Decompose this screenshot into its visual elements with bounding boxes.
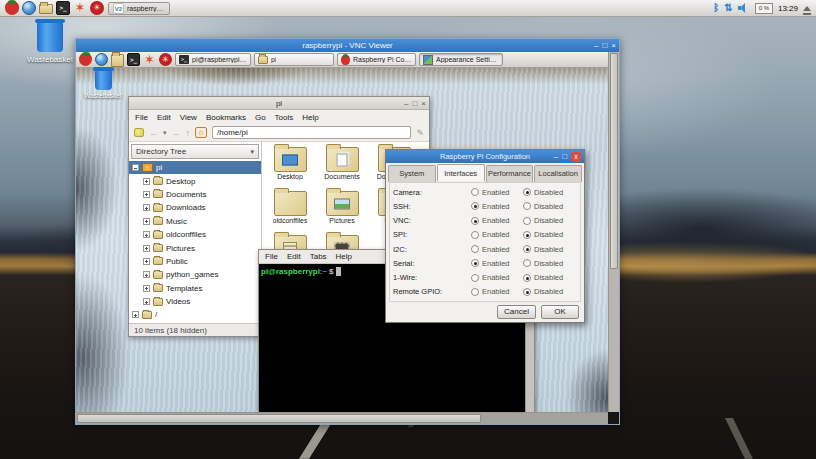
file-manager-task-button[interactable]: pi: [254, 53, 334, 66]
1wire-disabled-radio[interactable]: Disabled: [523, 273, 577, 282]
file-manager-icon[interactable]: [39, 4, 53, 14]
expander-icon[interactable]: [143, 204, 150, 211]
tree-item-desktop[interactable]: Desktop: [129, 174, 261, 187]
home-icon[interactable]: ⌂: [195, 127, 207, 138]
vnc-titlebar[interactable]: raspberrypi - VNC Viewer – □ ×: [76, 39, 619, 52]
ssh-enabled-radio[interactable]: Enabled: [471, 202, 523, 211]
file-manager-icon[interactable]: [111, 54, 124, 67]
i2c-enabled-radio[interactable]: Enabled: [471, 245, 523, 254]
up-icon[interactable]: ↑: [186, 128, 191, 138]
eject-icon[interactable]: [803, 2, 811, 11]
ok-button[interactable]: OK: [541, 305, 579, 319]
menu-help[interactable]: Help: [302, 113, 318, 122]
directory-tree-selector[interactable]: Directory Tree ▾: [131, 144, 259, 159]
terminal-icon[interactable]: >_: [56, 1, 70, 15]
clock[interactable]: 13:29: [778, 4, 798, 13]
wolfram-icon[interactable]: ✳: [159, 53, 172, 66]
tree-item-pictures[interactable]: Pictures: [129, 241, 261, 254]
serial-enabled-radio[interactable]: Enabled: [471, 259, 523, 268]
wastebasket-desktop-icon[interactable]: Wastebasket: [77, 70, 129, 99]
menu-edit[interactable]: Edit: [287, 252, 301, 261]
tree-item-pi[interactable]: ⌂ pi: [129, 161, 261, 174]
expander-icon[interactable]: [132, 164, 139, 171]
expander-icon[interactable]: [132, 311, 139, 318]
web-browser-icon[interactable]: [95, 53, 108, 66]
ssh-disabled-radio[interactable]: Disabled: [523, 202, 577, 211]
wolfram-icon[interactable]: ✳: [90, 1, 104, 15]
mathematica-icon[interactable]: ✶: [143, 53, 156, 66]
appearance-settings-task-button[interactable]: Appearance Settings: [419, 53, 503, 66]
rpi-config-task-button[interactable]: Raspberry Pi Configu...: [337, 53, 416, 66]
expander-icon[interactable]: [143, 178, 150, 185]
menu-help[interactable]: Help: [336, 252, 352, 261]
config-titlebar[interactable]: Raspberry Pi Configuration – □ x: [386, 150, 584, 163]
maximize-button[interactable]: □: [412, 99, 417, 108]
expander-icon[interactable]: [143, 285, 150, 292]
scrollbar-thumb[interactable]: [610, 53, 618, 269]
maximize-button[interactable]: □: [602, 41, 607, 50]
expander-icon[interactable]: [143, 271, 150, 278]
quill-icon[interactable]: ✎: [416, 128, 424, 138]
tab-interfaces[interactable]: Interfaces: [437, 164, 485, 181]
tree-item-documents[interactable]: Documents: [129, 188, 261, 201]
tree-item-oldconffiles[interactable]: oldconffiles: [129, 228, 261, 241]
tree-item-python-games[interactable]: python_games: [129, 268, 261, 281]
menu-go[interactable]: Go: [255, 113, 266, 122]
folder-oldconffiles[interactable]: oldconffiles: [264, 191, 316, 235]
terminal-icon[interactable]: >_: [127, 53, 140, 66]
maximize-button[interactable]: □: [562, 152, 567, 161]
1wire-enabled-radio[interactable]: Enabled: [471, 273, 523, 282]
terminal-task-button[interactable]: >_ pi@raspberrypi: ~: [175, 53, 251, 66]
tree-item-music[interactable]: Music: [129, 215, 261, 228]
mathematica-icon[interactable]: ✶: [73, 1, 87, 15]
expander-icon[interactable]: [143, 258, 150, 265]
menu-tabs[interactable]: Tabs: [310, 252, 327, 261]
cpu-monitor[interactable]: 0 %: [755, 3, 773, 14]
chevron-down-icon[interactable]: ▾: [163, 128, 167, 138]
fm-titlebar[interactable]: pi – □ ×: [129, 97, 429, 110]
tree-item-videos[interactable]: Videos: [129, 295, 261, 308]
spi-enabled-radio[interactable]: Enabled: [471, 230, 523, 239]
tab-performance[interactable]: Performance: [486, 165, 534, 182]
cancel-button[interactable]: Cancel: [497, 305, 536, 319]
camera-enabled-radio[interactable]: Enabled: [471, 188, 523, 197]
close-button[interactable]: ×: [421, 99, 426, 108]
minimize-button[interactable]: –: [594, 41, 598, 50]
expander-icon[interactable]: [143, 191, 150, 198]
network-arrows-icon[interactable]: ⇅: [724, 3, 732, 13]
tab-system[interactable]: System: [388, 165, 436, 182]
expander-icon[interactable]: [143, 218, 150, 225]
forward-icon[interactable]: →: [172, 128, 181, 138]
close-button[interactable]: x: [571, 152, 581, 162]
camera-disabled-radio[interactable]: Disabled: [523, 188, 577, 197]
menu-view[interactable]: View: [180, 113, 197, 122]
vnc-vertical-scrollbar[interactable]: [608, 52, 619, 412]
tab-localisation[interactable]: Localisation: [534, 165, 582, 182]
vnc-horizontal-scrollbar[interactable]: [76, 412, 608, 424]
menu-tools[interactable]: Tools: [275, 113, 294, 122]
menu-edit[interactable]: Edit: [157, 113, 171, 122]
vnc-disabled-radio[interactable]: Disabled: [523, 216, 577, 225]
expander-icon[interactable]: [143, 245, 150, 252]
new-tab-icon[interactable]: [134, 128, 144, 137]
volume-icon[interactable]: [738, 3, 750, 13]
i2c-disabled-radio[interactable]: Disabled: [523, 245, 577, 254]
back-icon[interactable]: ←: [149, 128, 158, 138]
remote-gpio-disabled-radio[interactable]: Disabled: [523, 287, 577, 296]
scrollbar-thumb[interactable]: [77, 414, 481, 423]
folder-pictures[interactable]: Pictures: [316, 191, 368, 235]
folder-documents[interactable]: Documents: [316, 147, 368, 191]
tree-item-public[interactable]: Public: [129, 255, 261, 268]
raspberry-menu-icon[interactable]: [79, 53, 92, 66]
expander-icon[interactable]: [143, 231, 150, 238]
tree-item-templates[interactable]: Templates: [129, 282, 261, 295]
web-browser-icon[interactable]: [22, 1, 36, 15]
remote-gpio-enabled-radio[interactable]: Enabled: [471, 287, 523, 296]
serial-disabled-radio[interactable]: Disabled: [523, 259, 577, 268]
spi-disabled-radio[interactable]: Disabled: [523, 230, 577, 239]
menu-file[interactable]: File: [265, 252, 278, 261]
minimize-button[interactable]: –: [554, 152, 558, 161]
vnc-viewer-task-button[interactable]: V2 raspberrypi - VNC Vie...: [108, 2, 170, 15]
menu-bookmarks[interactable]: Bookmarks: [206, 113, 246, 122]
folder-desktop[interactable]: Desktop: [264, 147, 316, 191]
